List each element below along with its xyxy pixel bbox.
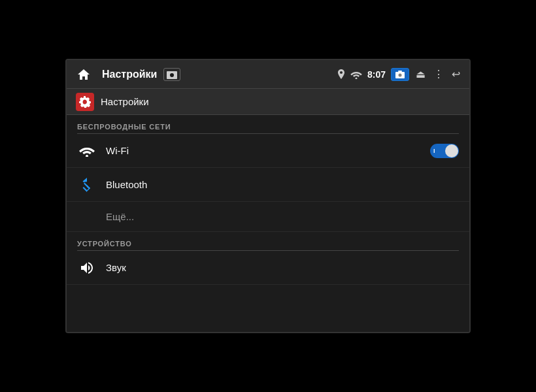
wifi-label: Wi-Fi bbox=[106, 145, 430, 156]
svg-point-2 bbox=[355, 77, 357, 79]
location-icon bbox=[337, 69, 345, 80]
svg-point-1 bbox=[170, 73, 174, 77]
wifi-status-icon bbox=[350, 70, 362, 79]
section-header-device: УСТРОЙСТВО bbox=[67, 235, 469, 250]
wifi-icon bbox=[77, 145, 97, 157]
content-area: БЕСПРОВОДНЫЕ СЕТИ Wi-Fi I bbox=[67, 115, 469, 332]
settings-header-row: Настройки bbox=[67, 89, 469, 115]
svg-point-4 bbox=[399, 73, 402, 76]
bluetooth-icon bbox=[77, 178, 97, 192]
menu-item-wifi[interactable]: Wi-Fi I bbox=[67, 134, 469, 168]
back-icon[interactable]: ↩ bbox=[450, 67, 461, 82]
wifi-toggle[interactable]: I bbox=[430, 144, 459, 158]
sound-icon bbox=[77, 261, 97, 274]
more-label: Ещё... bbox=[106, 211, 134, 222]
bluetooth-label: Bluetooth bbox=[106, 179, 459, 190]
svg-rect-5 bbox=[398, 71, 402, 72]
status-bar: Настройки 8:07 bbox=[67, 60, 469, 89]
home-button[interactable] bbox=[75, 65, 93, 84]
settings-icon-wrap bbox=[76, 93, 94, 111]
camera-button[interactable] bbox=[391, 68, 409, 81]
clock: 8:07 bbox=[367, 69, 386, 80]
page-title: Настройки bbox=[102, 69, 157, 80]
wifi-toggle-knob bbox=[445, 144, 458, 157]
status-bar-left: Настройки bbox=[75, 65, 180, 84]
menu-item-sound[interactable]: Звук bbox=[67, 251, 469, 285]
device-frame: Настройки 8:07 bbox=[65, 59, 471, 333]
settings-label: Настройки bbox=[101, 96, 149, 107]
eject-icon[interactable]: ⏏ bbox=[414, 67, 427, 82]
sound-label: Звук bbox=[106, 262, 459, 273]
status-bar-right: 8:07 ⏏ ⋮ ↩ bbox=[337, 67, 461, 82]
photo-icon-button[interactable] bbox=[163, 68, 180, 81]
menu-item-bluetooth[interactable]: Bluetooth bbox=[67, 168, 469, 202]
wifi-toggle-track[interactable]: I bbox=[430, 144, 459, 158]
wifi-toggle-label: I bbox=[433, 148, 435, 154]
more-icon[interactable]: ⋮ bbox=[432, 67, 445, 82]
svg-point-6 bbox=[86, 155, 88, 157]
menu-item-more[interactable]: Ещё... bbox=[67, 202, 469, 232]
section-header-wireless: БЕСПРОВОДНЫЕ СЕТИ bbox=[67, 118, 469, 133]
